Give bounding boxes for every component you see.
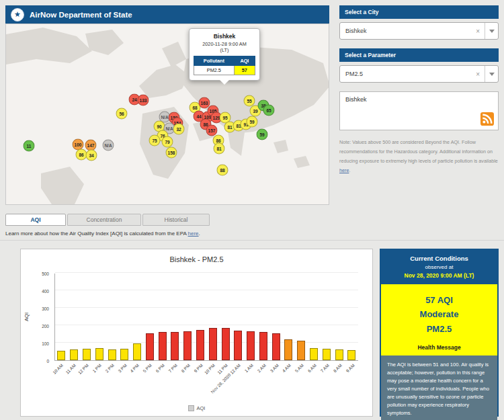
map-aqi-marker[interactable]: N/A <box>103 140 114 151</box>
current-conditions-title: Current Conditions <box>384 255 495 262</box>
chart-bar[interactable] <box>133 343 141 360</box>
app-header: ★ AirNow Department of State <box>5 5 329 24</box>
popup-timezone: (LT) <box>194 47 255 53</box>
y-tick-label: 500 <box>42 271 49 276</box>
chart-bar[interactable] <box>70 349 78 360</box>
chart-bar[interactable] <box>57 351 65 360</box>
tab-aqi[interactable]: AQI <box>5 214 66 226</box>
chart-bar[interactable] <box>247 331 255 360</box>
map-aqi-marker[interactable]: 158 <box>166 147 177 159</box>
y-tick-label: 400 <box>42 289 49 294</box>
y-tick-label: 300 <box>42 306 49 311</box>
chart-bar[interactable] <box>335 349 343 360</box>
current-aqi-value: 57 AQI <box>384 293 495 307</box>
map-aqi-marker[interactable]: 157 <box>206 125 218 136</box>
chart-yticks: 0100200300400500 <box>30 274 52 361</box>
chart-bar[interactable] <box>196 330 204 361</box>
section-divider <box>0 240 504 241</box>
chart-bar[interactable] <box>83 349 91 360</box>
map-aqi-marker[interactable]: 34 <box>86 150 97 161</box>
sidebar: Select a City Bishkek × Select a Paramet… <box>339 5 499 175</box>
y-tick-label: 200 <box>42 324 49 329</box>
chart-bar[interactable] <box>183 331 192 360</box>
beyond-aqi-note: Note: Values above 500 are considered Be… <box>339 138 499 175</box>
chart-legend: AQI <box>21 405 372 411</box>
world-map[interactable]: 111001478634N/A5624133N/A15915490N/A3276… <box>5 24 329 205</box>
map-aqi-marker[interactable]: 32 <box>173 124 185 135</box>
chart-bar[interactable] <box>272 333 280 360</box>
chart-bar[interactable] <box>310 348 318 360</box>
parameter-select[interactable]: PM2.5 × <box>339 65 499 83</box>
chart-bar[interactable] <box>120 349 128 360</box>
chart-bar[interactable] <box>284 339 292 360</box>
learn-more-text: Learn more about how the Air Quality Ind… <box>5 230 188 237</box>
city-select-value: Bishkek <box>345 28 367 34</box>
app-title: AirNow Department of State <box>30 11 132 19</box>
chart-bar[interactable] <box>95 348 103 360</box>
city-select[interactable]: Bishkek × <box>339 22 499 40</box>
rss-icon[interactable] <box>480 112 494 126</box>
note-text: Note: Values above 500 are considered Be… <box>339 139 498 164</box>
chart-title: Bishkek - PM2.5 <box>21 255 372 263</box>
current-conditions-panel: Current Conditions observed at Nov 28, 2… <box>380 249 499 417</box>
map-aqi-marker[interactable]: 133 <box>138 95 149 106</box>
map-aqi-marker[interactable]: 59 <box>257 129 268 140</box>
popup-datetime: 2020-11-28 9:00 AM <box>194 41 255 47</box>
map-aqi-marker[interactable]: 59 <box>247 116 258 128</box>
map-aqi-marker[interactable]: 11 <box>24 140 35 152</box>
map-aqi-marker[interactable]: 88 <box>217 165 228 176</box>
learn-more-here-link[interactable]: here <box>188 230 199 237</box>
note-suffix: . <box>349 167 350 173</box>
chart-bar[interactable] <box>171 332 179 360</box>
chart-bar[interactable] <box>108 349 116 360</box>
chart-plot <box>54 274 358 361</box>
popup-pollutant-value: PM2.5 <box>194 66 235 75</box>
learn-more-suffix: . <box>199 230 200 237</box>
tab-concentration[interactable]: Concentration <box>67 214 141 226</box>
map-aqi-marker[interactable]: 79 <box>162 136 173 148</box>
y-tick-label: 100 <box>42 341 49 346</box>
popup-city: Bishkek <box>194 33 255 40</box>
y-tick-label: 0 <box>46 359 49 364</box>
chart-y-axis-label: AQI <box>24 312 30 321</box>
dos-seal-logo: ★ <box>11 8 24 22</box>
tab-historical[interactable]: Historical <box>142 214 210 226</box>
popup-table: Pollutant AQI PM2.5 57 <box>194 56 255 75</box>
chart-bar[interactable] <box>222 328 230 360</box>
feed-city-label: Bishkek <box>345 96 367 103</box>
chart-bar[interactable] <box>347 350 355 360</box>
popup-aqi-value: 57 <box>234 66 255 75</box>
chart-tabs: AQI Concentration Historical <box>5 214 211 226</box>
chart-bar[interactable] <box>159 332 167 360</box>
city-dropdown-arrow[interactable] <box>485 23 498 39</box>
map-aqi-marker[interactable]: 55 <box>244 95 255 107</box>
popup-col-pollutant: Pollutant <box>194 56 235 66</box>
map-aqi-marker[interactable]: 65 <box>263 105 275 116</box>
chart-bar[interactable] <box>323 349 331 360</box>
select-city-header: Select a City <box>339 5 499 19</box>
legend-label: AQI <box>197 405 206 411</box>
chevron-down-icon <box>489 73 495 76</box>
learn-more-line: Learn more about how the Air Quality Ind… <box>5 230 200 237</box>
current-conditions-header: Current Conditions observed at Nov 28, 2… <box>381 250 497 284</box>
legend-swatch <box>188 405 194 411</box>
health-message-header: Health Message <box>381 341 497 355</box>
chart-bar[interactable] <box>146 333 154 360</box>
map-aqi-marker[interactable]: 75 <box>149 135 161 146</box>
current-aqi-category: Moderate <box>384 307 495 321</box>
chart-bar[interactable] <box>209 328 217 360</box>
popup-col-aqi: AQI <box>234 56 255 66</box>
map-aqi-marker[interactable]: 56 <box>116 108 128 120</box>
city-clear-icon[interactable]: × <box>471 28 485 35</box>
parameter-clear-icon[interactable]: × <box>471 71 485 78</box>
chart-bar[interactable] <box>259 332 267 360</box>
chart-bar[interactable] <box>234 331 242 360</box>
map-aqi-marker[interactable]: 81 <box>214 143 225 155</box>
observed-at-datetime: Nov 28, 2020 9:00 AM (LT) <box>384 272 495 279</box>
feed-box: Bishkek <box>339 91 499 130</box>
note-here-link[interactable]: here <box>339 167 349 173</box>
parameter-select-value: PM2.5 <box>345 71 363 77</box>
map-popup: Bishkek 2020-11-28 9:00 AM (LT) Pollutan… <box>189 28 260 81</box>
parameter-dropdown-arrow[interactable] <box>485 66 498 82</box>
chart-bar[interactable] <box>297 341 305 360</box>
